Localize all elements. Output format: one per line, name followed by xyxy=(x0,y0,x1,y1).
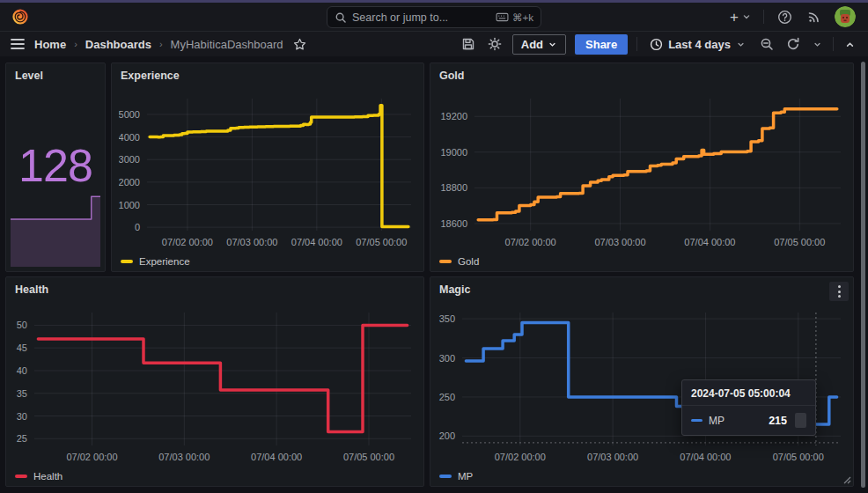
breadcrumb-separator: › xyxy=(159,39,163,49)
svg-text:19200: 19200 xyxy=(440,111,467,121)
search-shortcut: ⌘+k xyxy=(496,11,533,24)
svg-text:07/05 00:00: 07/05 00:00 xyxy=(343,452,394,462)
chart-tooltip: 2024-07-05 05:00:04 MP 215 xyxy=(681,379,816,436)
panel-title-gold[interactable]: Gold xyxy=(439,70,464,82)
svg-text:07/02 00:00: 07/02 00:00 xyxy=(495,452,546,462)
collapse-toolbar-button[interactable] xyxy=(842,37,857,52)
svg-text:18600: 18600 xyxy=(440,218,467,229)
toolbar-divider xyxy=(636,37,637,51)
panel-magic: Magic 20025030035007/02 00:0007/03 00:00… xyxy=(430,276,854,487)
gold-chart[interactable]: 1860018800190001920007/02 00:0007/03 00:… xyxy=(438,88,846,250)
tooltip-timestamp: 2024-07-05 05:00:04 xyxy=(682,380,815,406)
breadcrumb-current: MyHabiticaDashboard xyxy=(171,38,283,51)
chevron-down-icon xyxy=(741,11,752,22)
legend-label: Gold xyxy=(458,256,479,267)
svg-text:350: 350 xyxy=(439,313,455,324)
svg-text:25: 25 xyxy=(17,433,27,444)
kebab-icon xyxy=(838,285,841,288)
svg-text:07/04 00:00: 07/04 00:00 xyxy=(680,452,731,462)
experience-chart[interactable]: 01000200030004000500007/02 00:0007/03 00… xyxy=(119,88,416,250)
svg-text:300: 300 xyxy=(439,353,455,364)
svg-text:07/03 00:00: 07/03 00:00 xyxy=(226,237,277,247)
zoom-out-icon xyxy=(760,37,774,51)
chevron-up-icon xyxy=(844,39,856,50)
svg-text:35: 35 xyxy=(17,388,27,399)
svg-text:3000: 3000 xyxy=(119,154,140,165)
search-input[interactable]: Search or jump to... ⌘+k xyxy=(327,6,541,28)
svg-text:45: 45 xyxy=(17,342,27,353)
refresh-interval-dropdown[interactable] xyxy=(811,38,824,51)
clock-icon xyxy=(650,38,663,51)
add-panel-button[interactable]: Add xyxy=(512,34,566,55)
level-stat-value: 128 xyxy=(6,139,105,192)
svg-text:1000: 1000 xyxy=(119,200,140,210)
legend-label: MP xyxy=(458,471,473,482)
breadcrumb-dashboards[interactable]: Dashboards xyxy=(85,38,151,51)
chevron-down-icon xyxy=(813,40,822,49)
magic-legend[interactable]: MP xyxy=(439,471,473,482)
news-button[interactable] xyxy=(805,8,823,26)
save-dashboard-button[interactable] xyxy=(460,35,477,53)
svg-text:19000: 19000 xyxy=(440,147,467,158)
health-legend[interactable]: Health xyxy=(15,471,63,482)
svg-text:07/03 00:00: 07/03 00:00 xyxy=(587,452,638,462)
svg-text:07/02 00:00: 07/02 00:00 xyxy=(162,237,213,247)
panel-menu-button[interactable] xyxy=(829,282,849,301)
grafana-logo-icon[interactable] xyxy=(11,7,30,26)
topbar-divider xyxy=(763,10,764,24)
svg-text:40: 40 xyxy=(17,365,27,376)
help-icon xyxy=(777,10,792,25)
refresh-icon xyxy=(786,37,800,51)
topbar: Search or jump to... ⌘+k + xyxy=(0,3,868,32)
panel-level: Level 128 xyxy=(5,63,106,272)
legend-marker xyxy=(15,475,27,478)
menu-toggle-button[interactable] xyxy=(9,36,26,52)
svg-text:07/04 00:00: 07/04 00:00 xyxy=(684,237,735,247)
favorite-star-button[interactable] xyxy=(291,36,308,53)
panel-experience: Experience 01000200030004000500007/02 00… xyxy=(111,63,424,272)
panel-title-experience[interactable]: Experience xyxy=(121,70,180,82)
svg-text:250: 250 xyxy=(439,392,455,402)
time-range-picker[interactable]: Last 4 days xyxy=(646,38,749,51)
refresh-button[interactable] xyxy=(784,35,802,53)
panel-gold: Gold 1860018800190001920007/02 00:0007/0… xyxy=(430,63,854,272)
svg-text:07/02 00:00: 07/02 00:00 xyxy=(505,237,556,247)
svg-text:07/04 00:00: 07/04 00:00 xyxy=(251,452,302,462)
svg-text:50: 50 xyxy=(17,320,27,330)
dashboard-settings-button[interactable] xyxy=(486,35,504,53)
experience-legend[interactable]: Experience xyxy=(121,256,190,267)
tooltip-value-highlight xyxy=(795,413,806,428)
legend-marker xyxy=(439,475,452,478)
dashboard-canvas: Level 128 Experience 0100020003000400050… xyxy=(0,56,868,493)
new-dropdown-button[interactable]: + xyxy=(730,10,752,25)
tooltip-series-label: MP xyxy=(709,415,725,427)
svg-text:30: 30 xyxy=(17,411,27,422)
gold-legend[interactable]: Gold xyxy=(439,256,479,267)
breadcrumb-home[interactable]: Home xyxy=(34,38,66,51)
svg-text:07/05 00:00: 07/05 00:00 xyxy=(356,237,407,247)
svg-text:07/05 00:00: 07/05 00:00 xyxy=(773,452,824,462)
page-scrollbar[interactable] xyxy=(861,62,865,488)
breadcrumb-separator: › xyxy=(74,39,77,49)
svg-text:2000: 2000 xyxy=(119,177,140,188)
svg-text:200: 200 xyxy=(439,430,455,441)
panel-resize-handle[interactable] xyxy=(842,475,851,484)
svg-text:07/03 00:00: 07/03 00:00 xyxy=(594,237,645,247)
svg-text:07/02 00:00: 07/02 00:00 xyxy=(66,452,117,462)
save-icon xyxy=(461,37,475,51)
svg-text:0: 0 xyxy=(135,222,140,232)
share-button[interactable]: Share xyxy=(575,34,628,55)
user-avatar[interactable] xyxy=(835,6,856,27)
zoom-out-time-button[interactable] xyxy=(758,35,776,53)
svg-text:18800: 18800 xyxy=(440,182,467,193)
help-button[interactable] xyxy=(776,8,794,26)
star-icon xyxy=(293,38,306,51)
panel-title-magic[interactable]: Magic xyxy=(439,283,470,296)
keyboard-icon xyxy=(496,12,509,22)
svg-text:07/03 00:00: 07/03 00:00 xyxy=(158,452,210,462)
panel-title-health[interactable]: Health xyxy=(15,283,48,296)
health-chart[interactable]: 25303540455007/02 00:0007/03 00:0007/04 … xyxy=(13,302,416,465)
tooltip-series-marker xyxy=(691,419,702,423)
plus-icon: + xyxy=(730,10,739,25)
chevron-down-icon xyxy=(548,40,557,49)
